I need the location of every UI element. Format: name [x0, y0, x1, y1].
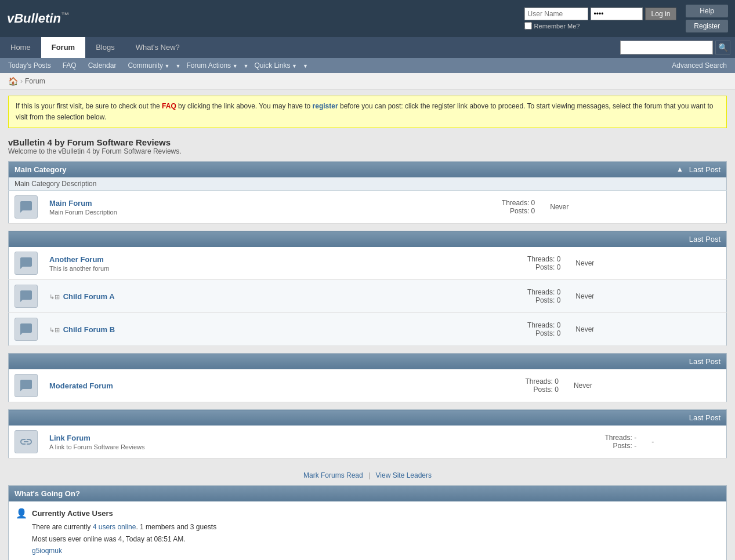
main-forum-description: Main Forum Description	[49, 209, 355, 216]
link-category-header-row: Last Post	[9, 410, 727, 426]
child-forum-a-prefix-icon: ↳⊞	[49, 293, 60, 300]
another-forum-posts: 0	[557, 263, 561, 271]
active-users-content: Currently Active Users There are current…	[32, 507, 216, 557]
search-box-wrap: 🔍	[615, 37, 735, 58]
child-forum-b-row: ↳⊞ Child Forum B Threads: 0 Posts: 0 Nev…	[9, 313, 727, 346]
wgo-header: What's Going On?	[9, 486, 726, 501]
main-category-last-post-col: Last Post	[689, 165, 720, 174]
child-forum-b-name-cell: ↳⊞ Child Forum B	[44, 313, 374, 346]
header-action-buttons: Help Register	[686, 5, 728, 32]
child-forum-a-icon	[15, 285, 38, 308]
footer-separator: |	[368, 471, 370, 479]
notice-faq-link[interactable]: FAQ	[162, 102, 176, 110]
login-button[interactable]: Log in	[645, 8, 677, 20]
logo: vBulletin™	[7, 10, 69, 26]
main-category-description: Main Category Description	[9, 177, 727, 191]
child-forum-a-link[interactable]: Child Forum A	[63, 292, 115, 301]
another-forum-icon	[15, 252, 38, 275]
subnav-forum-actions-dropdown[interactable]: Forum Actions▼	[180, 58, 248, 73]
breadcrumb-forum: Forum	[25, 77, 45, 85]
another-category-header: Last Post	[9, 231, 727, 248]
moderated-forum-lastpost-cell: Never	[564, 369, 727, 402]
view-site-leaders-link[interactable]: View Site Leaders	[376, 471, 432, 479]
subnav-calendar[interactable]: Calendar	[82, 58, 122, 73]
child-forum-a-last-post: Never	[575, 292, 594, 300]
search-button[interactable]: 🔍	[715, 41, 730, 54]
subnav-community[interactable]: Community	[122, 58, 175, 73]
child-forum-b-stats-cell: Threads: 0 Posts: 0	[374, 313, 566, 346]
moderated-category-table: Last Post Moderated Forum Threads: 0 Pos…	[8, 353, 727, 402]
collapse-icon[interactable]: ▲	[676, 165, 683, 173]
active-users-user-line: g5ioqmuk	[32, 545, 216, 557]
moderated-category-last-post-col: Last Post	[689, 357, 720, 366]
active-users-count-link[interactable]: 4 users online	[93, 523, 136, 531]
username-input[interactable]	[524, 8, 588, 20]
main-forum-icon	[15, 195, 38, 219]
moderated-forum-link[interactable]: Moderated Forum	[49, 381, 113, 390]
link-category-header: Last Post	[9, 410, 727, 426]
remember-me-row: Remember Me?	[524, 22, 677, 30]
logo-trademark: ™	[61, 10, 69, 20]
password-input[interactable]	[591, 8, 643, 20]
child-forum-b-link[interactable]: Child Forum B	[63, 325, 115, 334]
subnav-faq[interactable]: FAQ	[57, 58, 82, 73]
child-forum-a-stats-cell: Threads: 0 Posts: 0	[374, 280, 566, 313]
site-title: vBulletin 4 by Forum Software Reviews	[8, 137, 727, 147]
child-forum-a-posts: 0	[557, 296, 561, 304]
link-forum-posts: -	[634, 442, 636, 450]
moderated-forum-stats-cell: Threads: 0 Posts: 0	[370, 369, 564, 402]
advanced-search-link[interactable]: Advanced Search	[666, 58, 733, 73]
child-forum-b-icon-cell	[9, 313, 44, 346]
subnav-community-dropdown[interactable]: Community▼	[122, 58, 180, 73]
moderated-forum-threads-label: Threads:	[526, 377, 555, 386]
help-button[interactable]: Help	[686, 5, 728, 17]
link-category-last-post-col: Last Post	[689, 413, 720, 422]
link-forum-stats-cell: Threads: - Posts: -	[470, 426, 643, 459]
breadcrumb-home-icon[interactable]: 🏠	[8, 77, 18, 86]
child-forum-a-threads: 0	[557, 288, 561, 296]
child-forum-b-posts: 0	[557, 329, 561, 337]
nav-blogs[interactable]: Blogs	[85, 37, 125, 58]
subnav-quick-links[interactable]: Quick Links	[248, 58, 302, 73]
subnav-forum-actions[interactable]: Forum Actions	[180, 58, 243, 73]
main-category-header-row: Main Category Last Post ▲	[9, 162, 727, 178]
remember-me-checkbox[interactable]	[524, 22, 532, 30]
nav-whats-new[interactable]: What's New?	[125, 37, 190, 58]
dropdown-arrow-quick-links: ▼	[303, 63, 308, 69]
login-row: Log in	[524, 8, 677, 20]
active-users-count-text: There are currently	[32, 523, 93, 531]
main-forum-icon-cell	[9, 191, 44, 224]
link-forum-row: Link Forum A link to Forum Software Revi…	[9, 426, 727, 459]
child-forum-a-threads-label: Threads:	[527, 288, 557, 296]
active-users-username-link[interactable]: g5ioqmuk	[32, 547, 62, 555]
notice-text-after-faq: by clicking the link above. You may have…	[176, 102, 313, 110]
link-forum-posts-label: Posts:	[613, 442, 634, 450]
link-forum-icon	[15, 430, 38, 453]
main-forum-last-post: Never	[550, 203, 569, 211]
subnav-quick-links-dropdown[interactable]: Quick Links▼	[248, 58, 307, 73]
notice-register-link[interactable]: register	[313, 102, 338, 110]
nav-home[interactable]: Home	[0, 37, 41, 58]
child-forum-a-name-cell: ↳⊞ Child Forum A	[44, 280, 374, 313]
active-users-count-line: There are currently 4 users online. 1 me…	[32, 521, 216, 533]
child-forum-a-lastpost-cell: Never	[566, 280, 726, 313]
main-forum-link[interactable]: Main Forum	[49, 199, 92, 208]
link-forum-link[interactable]: Link Forum	[49, 434, 90, 442]
moderated-category-header-row: Last Post	[9, 354, 727, 370]
main-forum-lastpost-cell: Never	[541, 191, 726, 224]
active-users-icon: 👤	[16, 508, 27, 519]
subnav-todays-posts[interactable]: Today's Posts	[2, 58, 57, 73]
another-forum-posts-label: Posts:	[535, 263, 557, 271]
logo-text: vBulletin	[7, 12, 61, 26]
moderated-forum-last-post: Never	[574, 381, 592, 390]
child-forum-b-threads-label: Threads:	[527, 321, 557, 329]
mark-forums-read-link[interactable]: Mark Forums Read	[303, 471, 363, 479]
nav-forum[interactable]: Forum	[41, 37, 85, 58]
link-forum-icon-cell	[9, 426, 44, 459]
search-input[interactable]	[620, 41, 713, 54]
dropdown-arrow-forum-actions: ▼	[244, 63, 249, 69]
notice-text-before-faq: If this is your first visit, be sure to …	[16, 102, 162, 110]
another-forum-link[interactable]: Another Forum	[49, 255, 104, 264]
link-category-table: Last Post Link Forum A link to Forum Sof…	[8, 409, 727, 459]
register-button[interactable]: Register	[686, 20, 728, 32]
